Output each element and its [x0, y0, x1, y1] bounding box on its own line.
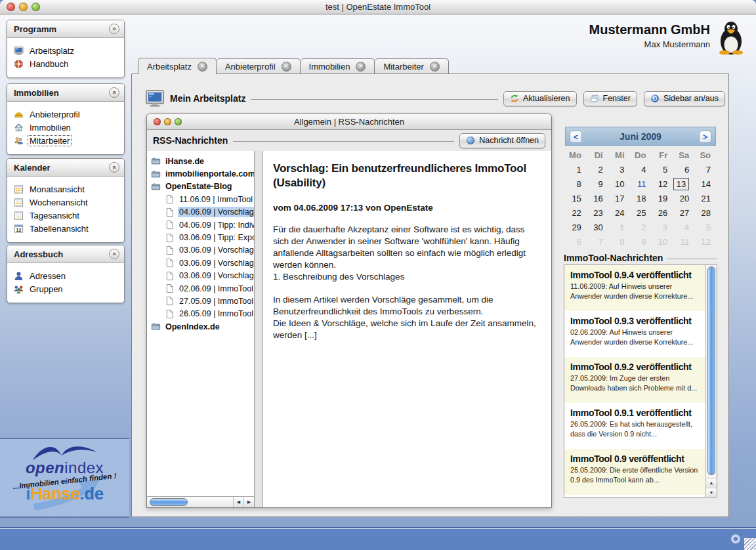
tree-item-27-05-09-immotool[interactable]: 27.05.09 | ImmoTool	[147, 295, 254, 307]
calendar-day[interactable]: 10	[651, 235, 673, 249]
sidebar-an-aus-button[interactable]: Sidebar an/aus	[644, 91, 725, 106]
calendar-day[interactable]: 9	[587, 177, 608, 192]
sidebar-item-tabellenansicht[interactable]: 12Tabellenansicht	[14, 222, 119, 235]
tab-close-icon[interactable]: ×	[356, 62, 366, 72]
calendar-day[interactable]: 23	[587, 206, 608, 221]
calendar-day[interactable]: 17	[608, 192, 630, 206]
sidebar-item-wochenansicht[interactable]: Wochenansicht	[14, 196, 119, 209]
scroll-right-icon[interactable]: ▶	[243, 497, 254, 507]
sidebar-item-gruppen[interactable]: Gruppen	[14, 282, 119, 295]
sidebar-item-arbeitsplatz[interactable]: Arbeitsplatz	[14, 44, 119, 57]
calendar-day[interactable]: 6	[565, 235, 587, 249]
calendar-day[interactable]: 7	[694, 163, 716, 177]
tree-item-26-05-09-immotool[interactable]: 26.05.09 | ImmoTool	[147, 308, 254, 320]
collapse-button[interactable]: «	[109, 249, 119, 259]
scroll-down-icon[interactable]: ▼	[706, 488, 717, 497]
tab-arbeitsplatz[interactable]: Arbeitsplatz×	[138, 58, 217, 74]
calendar-day[interactable]: 21	[694, 192, 716, 206]
calendar-day[interactable]: 25	[630, 206, 652, 221]
tree-item-11-06-09-immotool[interactable]: 11.06.09 | ImmoTool	[147, 193, 254, 205]
tab-close-icon[interactable]: ×	[282, 62, 291, 72]
calendar-prev-button[interactable]: <	[570, 131, 582, 143]
news-item-immotool-0-9-1-veröffentlicht[interactable]: ImmoTool 0.9.1 veröffentlicht26.05.2009:…	[564, 403, 705, 449]
calendar-day[interactable]: 15	[565, 192, 587, 206]
calendar-day[interactable]: 12	[694, 235, 716, 249]
aktualisieren-button[interactable]: Aktualisieren	[503, 91, 577, 106]
calendar-day[interactable]: 5	[694, 221, 716, 235]
calendar-day[interactable]: 2	[630, 221, 652, 235]
news-item-immotool-0-9-veröffentlicht[interactable]: ImmoTool 0.9 veröffentlicht25.05.2009: D…	[564, 449, 705, 495]
collapse-button[interactable]: «	[109, 24, 119, 34]
sidebar-item-tagesansicht[interactable]: Tagesansicht	[14, 209, 119, 222]
calendar-next-button[interactable]: >	[699, 131, 711, 143]
calendar-day[interactable]: 19	[651, 192, 673, 206]
tree-item-03-06-09-vorschlag[interactable]: 03.06.09 | Vorschlag:	[147, 244, 254, 257]
resize-grip[interactable]	[744, 538, 756, 550]
open-message-button[interactable]: Nachricht öffnen	[459, 133, 545, 148]
calendar-day[interactable]: 8	[608, 235, 630, 249]
calendar-day[interactable]: 14	[694, 177, 716, 192]
calendar-day[interactable]: 12	[651, 177, 673, 192]
calendar-day[interactable]: 1	[565, 163, 587, 177]
calendar-day[interactable]: 11	[673, 235, 694, 249]
scrollbar-thumb[interactable]	[707, 266, 715, 475]
tab-immobilien[interactable]: Immobilien×	[301, 58, 375, 74]
tab-close-icon[interactable]: ×	[430, 62, 440, 72]
tree-folder-openestate-blog[interactable]: OpenEstate-Blog	[147, 180, 254, 193]
calendar-day[interactable]: 9	[630, 235, 652, 249]
calendar-day[interactable]: 6	[673, 163, 694, 177]
sidebar-item-immobilien[interactable]: Immobilien	[14, 121, 119, 134]
calendar-day[interactable]: 26	[651, 206, 673, 221]
calendar-day[interactable]: 20	[673, 192, 694, 206]
tree-folder-ihanse-de[interactable]: iHanse.de	[147, 155, 254, 167]
calendar-day-number: 30	[593, 222, 602, 232]
scrollbar-thumb[interactable]	[150, 498, 188, 506]
tab-anbieterprofil[interactable]: Anbieterprofil×	[217, 58, 301, 74]
tree-item-04-06-09-tipp-indiv[interactable]: 04.06.09 | Tipp: Indiv	[147, 219, 254, 231]
collapse-button[interactable]: «	[109, 162, 119, 173]
calendar-day[interactable]: 24	[608, 206, 630, 221]
sidebar-item-adressen[interactable]: Adressen	[14, 269, 119, 282]
tree-item-02-06-09-immotool[interactable]: 02.06.09 | ImmoTool	[147, 282, 254, 295]
calendar-day[interactable]: 4	[630, 163, 652, 177]
sidebar-item-handbuch[interactable]: Handbuch	[14, 57, 119, 70]
calendar-day[interactable]: 13	[673, 177, 694, 192]
calendar-day[interactable]: 8	[565, 177, 587, 192]
tree-horizontal-scrollbar[interactable]: ◀ ▶	[147, 496, 254, 507]
collapse-button[interactable]: «	[109, 87, 119, 98]
sidebar-item-monatsansicht[interactable]: Monatsansicht	[14, 182, 119, 196]
tree-item-03-06-09-vorschlag[interactable]: 03.06.09 | Vorschlag:	[147, 257, 254, 269]
scroll-up-icon[interactable]: ▲	[706, 478, 717, 487]
calendar-day[interactable]: 5	[651, 163, 673, 177]
calendar-day[interactable]: 11	[630, 177, 652, 192]
calendar-day[interactable]: 28	[694, 206, 716, 221]
calendar-day[interactable]: 3	[651, 221, 673, 235]
tree-item-03-06-09-vorschlag[interactable]: 03.06.09 | Vorschlag:	[147, 270, 254, 282]
calendar-day[interactable]: 27	[673, 206, 694, 221]
calendar-day[interactable]: 30	[587, 221, 608, 235]
tree-folder-immobilienportale-com[interactable]: immobilienportale.com	[147, 167, 254, 180]
sidebar-item-mitarbeiter[interactable]: Mitarbeiter	[14, 134, 119, 147]
calendar-day[interactable]: 16	[587, 192, 608, 206]
calendar-day[interactable]: 2	[587, 163, 608, 177]
calendar-day[interactable]: 18	[630, 192, 652, 206]
tree-item-03-06-09-tipp-expo[interactable]: 03.06.09 | Tipp: Expo	[147, 231, 254, 243]
calendar-day[interactable]: 22	[565, 206, 587, 221]
tree-folder-openindex-de[interactable]: OpenIndex.de	[147, 320, 254, 333]
calendar-day[interactable]: 29	[565, 221, 587, 235]
tab-mitarbeiter[interactable]: Mitarbeiter×	[375, 58, 448, 74]
news-item-immotool-0-9-4-veröffentlicht[interactable]: ImmoTool 0.9.4 veröffentlicht11.06.2009:…	[564, 265, 705, 311]
fenster-button[interactable]: Fenster	[583, 91, 637, 106]
calendar-day[interactable]: 7	[587, 235, 608, 249]
news-item-immotool-0-9-2-veröffentlicht[interactable]: ImmoTool 0.9.2 veröffentlicht27.05.2009:…	[564, 357, 705, 403]
calendar-day[interactable]: 4	[673, 221, 694, 235]
calendar-day[interactable]: 3	[608, 163, 630, 177]
news-vertical-scrollbar[interactable]: ▲ ▼	[705, 265, 717, 497]
sidebar-item-anbieterprofil[interactable]: Anbieterprofil	[14, 108, 119, 121]
tree-item-04-06-09-vorschlag[interactable]: 04.06.09 | Vorschlag:	[147, 206, 254, 219]
calendar-day[interactable]: 10	[608, 177, 630, 192]
calendar-day[interactable]: 1	[608, 221, 630, 235]
news-item-immotool-0-9-3-veröffentlicht[interactable]: ImmoTool 0.9.3 veröffentlicht02.06.2009:…	[564, 311, 705, 357]
scroll-left-icon[interactable]: ◀	[233, 497, 243, 507]
tab-close-icon[interactable]: ×	[198, 62, 207, 72]
